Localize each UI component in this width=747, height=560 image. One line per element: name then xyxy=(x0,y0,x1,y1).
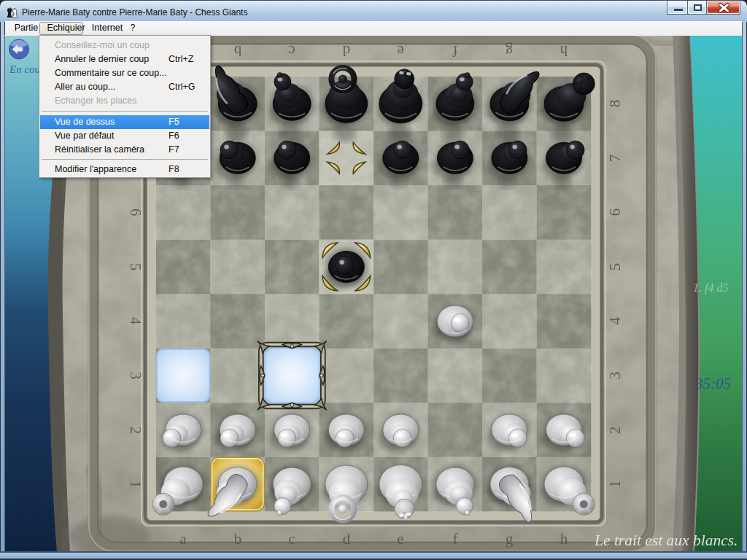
svg-text:1. f4 d5: 1. f4 d5 xyxy=(693,281,728,295)
svg-text:a: a xyxy=(179,530,187,548)
svg-text:c: c xyxy=(288,42,295,60)
svg-text:6: 6 xyxy=(127,209,144,217)
svg-text:h: h xyxy=(560,42,568,60)
svg-text:h: h xyxy=(560,530,568,548)
svg-text:1: 1 xyxy=(606,481,624,489)
svg-text:f: f xyxy=(453,42,458,60)
svg-text:1: 1 xyxy=(127,481,144,489)
svg-text:5: 5 xyxy=(606,263,624,271)
svg-text:4: 4 xyxy=(127,317,144,325)
svg-text:6: 6 xyxy=(606,209,624,217)
svg-text:4: 4 xyxy=(606,316,624,324)
svg-text:8: 8 xyxy=(606,100,624,108)
svg-text:d: d xyxy=(342,42,350,60)
svg-text:2: 2 xyxy=(127,427,144,435)
svg-text:2: 2 xyxy=(606,427,624,435)
svg-text:Le trait est aux blancs.: Le trait est aux blancs. xyxy=(594,532,738,549)
svg-text:5: 5 xyxy=(127,263,144,271)
svg-text:d: d xyxy=(343,530,351,548)
svg-text:b: b xyxy=(234,42,242,60)
svg-text:3: 3 xyxy=(127,372,144,380)
svg-text:3: 3 xyxy=(606,372,624,380)
svg-text:g: g xyxy=(505,42,513,60)
svg-text:b: b xyxy=(234,530,242,548)
svg-text:c: c xyxy=(288,530,295,548)
svg-text:e: e xyxy=(397,530,403,548)
svg-text:g: g xyxy=(506,530,514,548)
svg-text:f: f xyxy=(453,530,458,548)
svg-text:e: e xyxy=(397,42,403,60)
svg-text:7: 7 xyxy=(606,155,624,163)
svg-text:35:05: 35:05 xyxy=(694,375,731,392)
